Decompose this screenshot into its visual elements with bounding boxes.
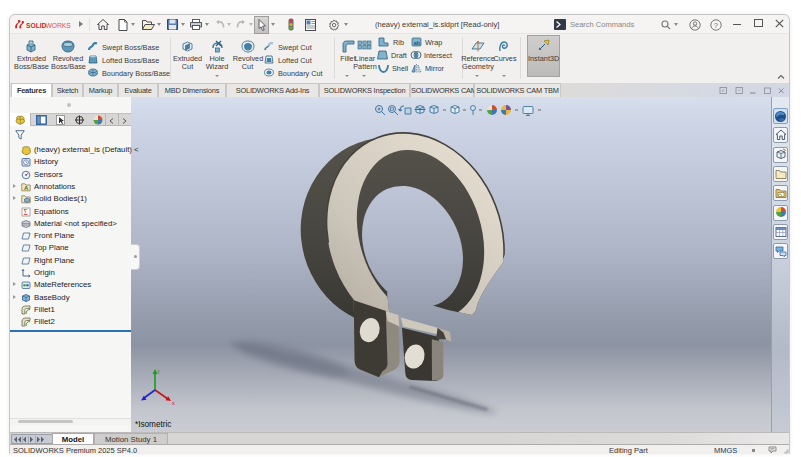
svg-text:SOLID: SOLID (26, 22, 47, 29)
svg-text:WORKS: WORKS (46, 22, 72, 29)
svg-text:*Isometric: *Isometric (135, 420, 171, 429)
svg-text:?: ? (714, 20, 718, 29)
svg-text:ab: ab (414, 40, 421, 46)
svg-text:y: y (157, 368, 160, 374)
svg-text:Σ: Σ (24, 208, 28, 217)
svg-text:A: A (24, 185, 29, 191)
svg-text:x: x (172, 400, 175, 406)
